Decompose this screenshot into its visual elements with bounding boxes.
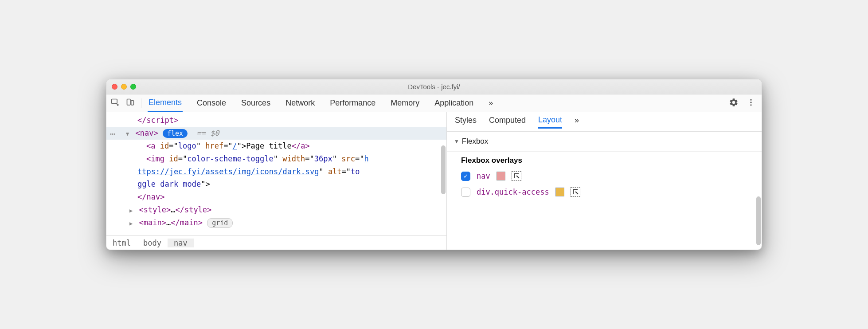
- crumb-nav[interactable]: nav: [168, 239, 194, 247]
- color-swatch[interactable]: [555, 188, 564, 196]
- tab-memory[interactable]: Memory: [390, 95, 420, 111]
- dom-line[interactable]: ▶ <main>…</main> grid: [106, 216, 446, 229]
- kebab-menu-icon[interactable]: [747, 98, 755, 109]
- grid-badge[interactable]: grid: [207, 218, 233, 228]
- overlay-checkbox[interactable]: [461, 172, 470, 181]
- svg-point-4: [750, 102, 751, 103]
- dom-line[interactable]: ttps://jec.fyi/assets/img/icons/dark.svg…: [106, 165, 446, 178]
- tab-layout[interactable]: Layout: [538, 115, 562, 129]
- inspect-element-icon[interactable]: [111, 98, 120, 109]
- tab-application[interactable]: Application: [434, 95, 474, 111]
- tab-styles[interactable]: Styles: [455, 116, 477, 128]
- overlay-checkbox[interactable]: [461, 188, 470, 197]
- main-tabs: Elements Console Sources Network Perform…: [148, 94, 494, 112]
- minimize-window-button[interactable]: [121, 84, 127, 90]
- disclosure-triangle-icon[interactable]: ▼: [454, 138, 459, 145]
- titlebar: DevTools - jec.fyi/: [106, 79, 762, 94]
- overlay-row: div.quick-access: [461, 187, 753, 197]
- crumb-html[interactable]: html: [106, 239, 137, 247]
- devtools-window: DevTools - jec.fyi/ Elements Console Sou…: [106, 79, 762, 250]
- scrollbar-thumb[interactable]: [441, 145, 446, 194]
- expand-arrow-icon[interactable]: ▶: [129, 219, 133, 228]
- reveal-element-icon[interactable]: [571, 187, 580, 197]
- toolbar-left-icons: [111, 98, 135, 109]
- tab-computed[interactable]: Computed: [489, 116, 526, 128]
- reveal-element-icon[interactable]: [512, 171, 521, 181]
- overlay-element-name[interactable]: nav: [477, 172, 490, 180]
- dom-line[interactable]: ggle dark mode">: [106, 178, 446, 191]
- svg-rect-0: [112, 99, 117, 103]
- expand-arrow-icon[interactable]: ▼: [126, 129, 129, 138]
- window-title: DevTools - jec.fyi/: [112, 83, 756, 90]
- overlay-row: nav: [461, 171, 753, 181]
- dom-line[interactable]: </nav>: [106, 191, 446, 204]
- overlays-title: Flexbox overlays: [461, 156, 753, 165]
- expand-arrow-icon[interactable]: ▶: [129, 206, 133, 215]
- dom-tree[interactable]: </script> ⋯ ▼ <nav> flex == $0 <a id="lo…: [106, 112, 446, 229]
- selected-node-marker: == $0: [196, 129, 219, 137]
- tab-performance[interactable]: Performance: [329, 95, 376, 111]
- main-toolbar: Elements Console Sources Network Perform…: [106, 94, 762, 112]
- elements-panel: </script> ⋯ ▼ <nav> flex == $0 <a id="lo…: [106, 112, 447, 250]
- section-header-flexbox[interactable]: ▼ Flexbox: [447, 132, 762, 152]
- breadcrumb: html body nav: [106, 235, 446, 250]
- settings-gear-icon[interactable]: [729, 98, 739, 109]
- scrollbar-thumb[interactable]: [756, 196, 761, 245]
- svg-rect-1: [127, 99, 131, 105]
- more-tabs-icon[interactable]: »: [488, 95, 494, 111]
- svg-point-5: [750, 104, 751, 106]
- svg-point-3: [750, 99, 751, 100]
- dom-line[interactable]: ▶ <style>…</style>: [106, 204, 446, 216]
- maximize-window-button[interactable]: [130, 84, 136, 90]
- gutter-overflow-icon[interactable]: ⋯: [110, 129, 115, 138]
- dom-line[interactable]: <a id="logo" href="/">Page title</a>: [106, 140, 446, 153]
- sidebar-tabs: Styles Computed Layout »: [447, 112, 762, 132]
- toolbar-right-icons: [729, 98, 759, 109]
- color-swatch[interactable]: [497, 172, 505, 180]
- flex-badge[interactable]: flex: [163, 129, 188, 138]
- separator: [141, 98, 141, 108]
- window-controls: [112, 84, 136, 90]
- tab-console[interactable]: Console: [196, 95, 227, 111]
- more-sidebar-tabs-icon[interactable]: »: [575, 116, 579, 128]
- overlay-element-name[interactable]: div.quick-access: [477, 188, 549, 196]
- svg-rect-2: [131, 100, 134, 105]
- close-window-button[interactable]: [112, 84, 117, 90]
- dom-line-selected[interactable]: ⋯ ▼ <nav> flex == $0: [106, 127, 446, 140]
- dom-line[interactable]: </script>: [106, 114, 446, 127]
- tab-sources[interactable]: Sources: [240, 95, 271, 111]
- styles-sidebar: Styles Computed Layout » ▼ Flexbox Flexb…: [447, 112, 762, 250]
- content-area: </script> ⋯ ▼ <nav> flex == $0 <a id="lo…: [106, 112, 762, 250]
- dom-line[interactable]: <img id="color-scheme-toggle" width="36p…: [106, 153, 446, 165]
- device-toggle-icon[interactable]: [126, 98, 135, 109]
- crumb-body[interactable]: body: [137, 239, 168, 247]
- tab-elements[interactable]: Elements: [148, 94, 183, 112]
- flexbox-overlays: Flexbox overlays nav div.quick-access: [447, 152, 762, 203]
- tab-network[interactable]: Network: [285, 95, 316, 111]
